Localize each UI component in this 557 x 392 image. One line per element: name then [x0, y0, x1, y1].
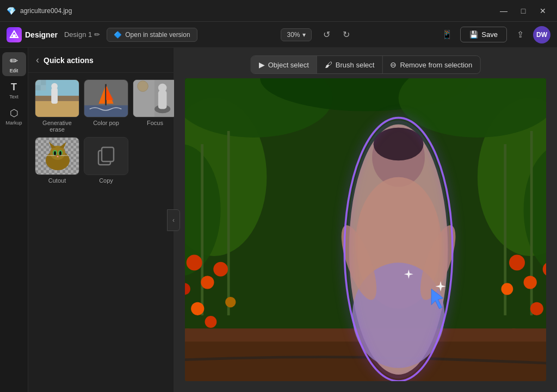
copy-item[interactable]: Copy — [84, 137, 128, 184]
svg-point-62 — [524, 276, 537, 289]
svg-point-1 — [13, 34, 16, 38]
svg-rect-3 — [35, 101, 79, 117]
svg-point-35 — [59, 151, 61, 155]
app-bar: Designer Design 1 ✏ 🔷 Open in stable ver… — [0, 22, 557, 48]
window-controls: — □ ✕ — [496, 3, 550, 18]
svg-point-57 — [191, 302, 204, 315]
svg-point-61 — [509, 255, 525, 271]
generative-erase-thumbnail — [35, 79, 79, 117]
copy-label: Copy — [99, 177, 113, 184]
brush-select-icon: 🖌 — [325, 60, 332, 69]
copy-thumbnail — [84, 137, 128, 175]
main-layout: ✏ Edit T Text ⬡ Markup ‹ Quick actions — [0, 48, 557, 392]
svg-point-34 — [54, 151, 56, 155]
edit-label: Edit — [10, 68, 18, 73]
remove-from-selection-button[interactable]: ⊖ Remove from selection — [382, 56, 480, 73]
svg-point-58 — [205, 316, 217, 328]
app-bar-right: 📱 💾 Save ⇪ DW — [438, 26, 550, 43]
close-button[interactable]: ✕ — [535, 3, 550, 18]
back-button[interactable]: ‹ — [36, 54, 39, 66]
undo-redo-controls: ↺ ↻ — [318, 26, 355, 43]
focus-preview — [133, 80, 177, 117]
app-name: Designer — [25, 30, 58, 39]
svg-point-65 — [530, 302, 543, 315]
focus-thumbnail — [133, 79, 177, 117]
svg-rect-49 — [201, 144, 203, 315]
tool-markup[interactable]: ⬡ Markup — [2, 104, 26, 128]
panel-collapse-handle[interactable]: ‹ — [167, 209, 180, 231]
left-toolbar: ✏ Edit T Text ⬡ Markup — [0, 48, 28, 392]
svg-point-78 — [347, 120, 450, 378]
design-label: Design 1 ✏ — [64, 30, 100, 39]
share-button[interactable]: ⇪ — [511, 26, 529, 43]
panel-title: Quick actions — [44, 56, 94, 65]
minimize-button[interactable]: — — [496, 3, 511, 18]
svg-point-6 — [51, 83, 58, 90]
redo-button[interactable]: ↻ — [338, 26, 355, 43]
svg-point-53 — [187, 255, 202, 271]
quick-actions-grid: Generative erase — [28, 73, 174, 190]
svg-rect-50 — [227, 131, 230, 315]
cutout-label: Cutout — [48, 177, 66, 184]
focus-label: Focus — [147, 120, 163, 126]
color-pop-item[interactable]: Color pop — [84, 79, 128, 133]
open-stable-version-button[interactable]: 🔷 Open in stable version — [107, 28, 197, 42]
title-bar-left: 💎 agriculture004.jpg — [7, 7, 490, 15]
svg-rect-5 — [51, 88, 58, 103]
tool-edit[interactable]: ✏ Edit — [2, 52, 26, 76]
markup-icon: ⬡ — [10, 107, 18, 119]
svg-point-54 — [201, 276, 214, 289]
undo-button[interactable]: ↺ — [318, 26, 336, 43]
svg-rect-8 — [41, 80, 46, 85]
tool-text[interactable]: T Text — [2, 78, 26, 102]
agriculture-image — [185, 78, 546, 381]
text-icon: T — [11, 82, 17, 93]
svg-rect-12 — [84, 105, 128, 117]
color-pop-thumbnail — [84, 79, 128, 117]
generative-erase-item[interactable]: Generative erase — [35, 79, 79, 133]
svg-point-59 — [225, 297, 236, 307]
svg-point-20 — [158, 84, 167, 92]
cutout-preview — [35, 138, 79, 175]
mobile-preview-button[interactable]: 📱 — [438, 26, 456, 43]
canvas-content[interactable] — [185, 78, 546, 381]
cutout-item[interactable]: Cutout — [35, 137, 79, 184]
app-logo: Designer — [7, 27, 58, 42]
title-bar: 💎 agriculture004.jpg — □ ✕ — [0, 0, 557, 22]
panel-header: ‹ Quick actions — [28, 48, 174, 73]
svg-rect-10 — [41, 85, 46, 91]
generative-erase-label: Generative erase — [35, 120, 79, 133]
cutout-thumbnail — [35, 137, 79, 175]
copy-icon — [96, 146, 116, 166]
focus-item[interactable]: Focus — [133, 79, 177, 133]
object-select-button[interactable]: ▶ Object select — [251, 56, 317, 73]
color-pop-label: Color pop — [93, 120, 119, 126]
selection-toolbar: ▶ Object select 🖌 Brush select ⊖ Remove … — [251, 55, 481, 74]
zoom-control[interactable]: 30% ▾ — [281, 28, 311, 41]
brush-select-button[interactable]: 🖌 Brush select — [317, 56, 383, 73]
svg-rect-19 — [158, 90, 167, 109]
quick-actions-panel: ‹ Quick actions — [28, 48, 174, 392]
svg-rect-7 — [35, 80, 41, 85]
object-select-icon: ▶ — [259, 60, 265, 69]
avatar[interactable]: DW — [533, 26, 550, 43]
remove-selection-icon: ⊖ — [390, 60, 397, 69]
maximize-button[interactable]: □ — [516, 3, 531, 18]
markup-label: Markup — [5, 120, 22, 126]
app-bar-center: 30% ▾ ↺ ↻ — [204, 26, 432, 43]
file-title: agriculture004.jpg — [20, 7, 72, 15]
logo-icon — [7, 27, 22, 42]
app-icon: 💎 — [7, 7, 16, 15]
color-pop-preview — [84, 80, 128, 117]
svg-rect-40 — [102, 147, 114, 161]
scene-svg — [185, 78, 546, 381]
generative-erase-preview — [35, 80, 79, 117]
edit-icon: ✏ — [10, 55, 18, 67]
svg-rect-22 — [133, 80, 154, 117]
svg-point-56 — [213, 262, 228, 277]
text-label: Text — [9, 94, 18, 99]
svg-point-64 — [501, 283, 513, 295]
save-button[interactable]: 💾 Save — [460, 27, 507, 42]
svg-rect-9 — [35, 85, 41, 91]
canvas-area: ▶ Object select 🖌 Brush select ⊖ Remove … — [174, 48, 557, 392]
